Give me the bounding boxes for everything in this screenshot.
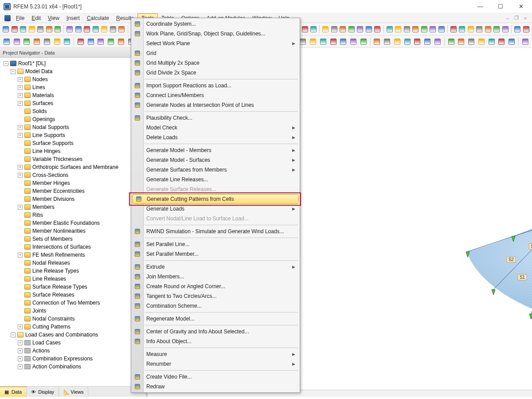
toolbar-button[interactable] [22,37,31,47]
menu-item-set-parallel-member-[interactable]: Set Parallel Member... [131,249,300,259]
mdi-close-icon[interactable]: × [522,15,528,21]
tree-item-members[interactable]: +Members [1,203,145,211]
toolbar-button[interactable] [520,37,530,47]
toolbar-button[interactable] [522,24,530,34]
toolbar-button[interactable] [403,37,412,47]
expand-icon[interactable]: + [18,348,23,353]
toolbar-button[interactable] [36,24,44,34]
toolbar-button[interactable] [92,24,100,34]
menu-item-create-round-or-angled-corner-[interactable]: Create Round or Angled Corner... [131,282,300,291]
tree-item-member-elastic-foundations[interactable]: Member Elastic Foundations [1,219,145,227]
tree-item-line-releases[interactable]: Line Releases [1,275,145,283]
tree-item-variable-thicknesses[interactable]: Variable Thicknesses [1,155,145,163]
toolbar-button[interactable] [19,24,27,34]
navigator-tree[interactable]: –Roof1* [DL]–Model Data+Nodes+Lines+Mate… [0,58,146,386]
menu-item-regenerate-model-[interactable]: Regenerate Model... [131,314,300,324]
menu-item-model-check[interactable]: Model Check▶ [131,123,300,133]
menu-item-redraw[interactable]: Redraw [131,382,300,391]
tree-item-member-nonlinearities[interactable]: Member Nonlinearities [1,227,145,235]
menu-item-delete-loads[interactable]: Delete Loads▶ [131,133,300,142]
close-button[interactable]: ✕ [511,0,531,13]
toolbar-button[interactable] [475,24,483,34]
toolbar-button[interactable] [309,24,317,34]
toolbar-button[interactable] [339,24,347,34]
tree-item-joints[interactable]: Joints [1,307,145,315]
mdi-restore-icon[interactable]: ❐ [513,15,520,21]
toolbar-button[interactable] [52,37,62,47]
tree-item-solids[interactable]: Solids [1,107,145,115]
toolbar-button[interactable] [429,24,437,34]
tree-item-combination-expressions[interactable]: +Combination Expressions [1,355,145,363]
expand-icon[interactable]: + [18,101,23,106]
menu-item-info-about-object-[interactable]: Info About Object... [131,336,300,346]
tree-item-connection-of-two-members[interactable]: Connection of Two Members [1,299,145,307]
toolbar-button[interactable] [338,37,348,47]
tree-item-member-hinges[interactable]: Member Hinges [1,179,145,187]
toolbar-button[interactable] [86,37,96,47]
toolbar-button[interactable] [411,24,419,34]
toolbar-button[interactable] [301,24,309,34]
menu-item-view[interactable]: View [44,13,63,23]
menu-item-generate-loads[interactable]: Generate Loads▶ [131,204,300,214]
toolbar-button[interactable] [106,37,116,47]
toolbar-button[interactable] [100,24,108,34]
menu-item-calculate[interactable]: Calculate [83,13,113,23]
tree-item-materials[interactable]: +Materials [1,91,145,99]
tree-item-line-supports[interactable]: +Line Supports [1,131,145,139]
menu-item-connect-lines-members[interactable]: Connect Lines/Members [131,90,300,100]
tree-item-member-eccentricities[interactable]: Member Eccentricities [1,187,145,195]
toolbar-button[interactable] [413,37,422,47]
expand-icon[interactable]: + [18,165,23,170]
tree-item-intersections-of-surfaces[interactable]: Intersections of Surfaces [1,243,145,251]
toolbar-button[interactable] [403,24,411,34]
toolbar-button[interactable] [321,24,329,34]
navigator-tab-display[interactable]: 👁Display [27,387,59,397]
tree-item-nodal-constraints[interactable]: Nodal Constraints [1,315,145,323]
menu-item-file[interactable]: File [12,13,28,23]
expand-icon[interactable]: + [18,133,23,138]
navigator-tab-views[interactable]: 📐Views [59,387,88,397]
menu-item-work-plane-grid-snap-object-snap-guidelines-[interactable]: Work Plane, Grid/Snap, Object Snap, Guid… [131,29,300,39]
toolbar-button[interactable] [117,24,125,34]
menu-item-generate-cutting-patterns-from-cells[interactable]: Generate Cutting Patterns from Cells [132,194,299,204]
toolbar-button[interactable] [392,37,402,47]
tree-item-member-divisions[interactable]: Member Divisions [1,195,145,203]
mdi-minimize-icon[interactable]: – [505,15,511,21]
toolbar-button[interactable] [2,37,12,47]
tree-item-surface-supports[interactable]: Surface Supports [1,139,145,147]
toolbar-button[interactable] [2,24,10,34]
toolbar-button[interactable] [27,24,35,34]
menu-item-rwind-simulation-simulate-and-generate-wind-loads-[interactable]: RWIND Simulation - Simulate and Generate… [131,227,300,236]
menu-item-coordinate-system-[interactable]: Coordinate System... [131,19,300,29]
toolbar-button[interactable] [477,37,486,47]
toolbar-button[interactable] [446,37,456,47]
toolbar-button[interactable] [497,37,506,47]
toolbar-button[interactable] [66,24,74,34]
expand-icon[interactable]: + [18,253,23,258]
toolbar-button[interactable] [76,37,86,47]
tree-item-openings[interactable]: Openings [1,115,145,123]
toolbar-button[interactable] [62,37,72,47]
toolbar-button[interactable] [348,24,356,34]
menu-item-generate-model-surfaces[interactable]: Generate Model - Surfaces▶ [131,155,300,165]
toolbar-button[interactable] [116,37,126,47]
toolbar-button[interactable] [10,24,18,34]
menu-item-generate-surfaces-from-members[interactable]: Generate Surfaces from Members▶ [131,165,300,175]
tree-item-action-combinations[interactable]: +Action Combinations [1,363,145,371]
toolbar-button[interactable] [318,37,328,47]
toolbar-button[interactable] [373,24,381,34]
menu-item-insert[interactable]: Insert [63,13,83,23]
tree-item-orthotropic-surfaces-and-membrane[interactable]: +Orthotropic Surfaces and Membrane [1,163,145,171]
toolbar-button[interactable] [437,24,445,34]
expand-icon[interactable]: + [18,125,23,130]
expand-icon[interactable]: + [18,173,23,178]
menu-item-generate-model-members[interactable]: Generate Model - Members▶ [131,145,300,155]
tree-item-nodal-supports[interactable]: +Nodal Supports [1,123,145,131]
menu-item-join-members-[interactable]: Join Members... [131,272,300,282]
toolbar-button[interactable] [74,24,82,34]
menu-item-grid[interactable]: Grid [131,48,300,58]
expand-icon[interactable]: + [18,325,23,329]
tree-item-surfaces[interactable]: +Surfaces [1,99,145,107]
toolbar-button[interactable] [382,37,392,47]
navigator-tab-data[interactable]: ▦Data [0,387,27,397]
